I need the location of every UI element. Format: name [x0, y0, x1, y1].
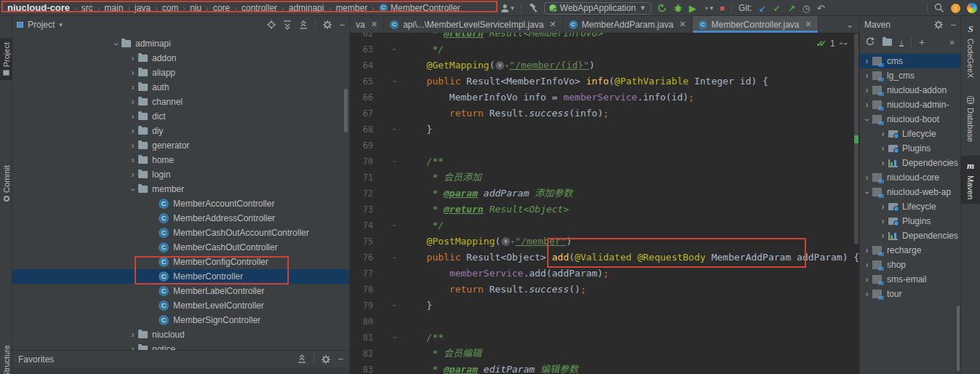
breadcrumb-item[interactable]: niu: [190, 3, 202, 13]
breadcrumb-item[interactable]: adminapi: [289, 3, 324, 13]
close-icon[interactable]: ✕: [680, 20, 686, 29]
project-tree-row[interactable]: CMemberAddressController: [12, 211, 349, 226]
chevron-collapsed-icon[interactable]: ›: [129, 140, 137, 151]
project-tree-row[interactable]: CMemberConfigController: [12, 255, 349, 269]
project-tree-row[interactable]: CMemberController: [12, 269, 349, 284]
chevron-expanded-icon[interactable]: ›: [111, 40, 121, 48]
fold-marker-icon[interactable]: ›: [386, 79, 402, 84]
breadcrumb-item[interactable]: main: [104, 3, 123, 13]
code-line[interactable]: 66 MemberInfoVo info = memberService.inf…: [350, 89, 853, 106]
close-icon[interactable]: ✕: [549, 20, 556, 29]
code-line[interactable]: 74› */: [350, 218, 853, 234]
chevron-collapsed-icon[interactable]: ›: [863, 85, 871, 95]
breadcrumb-item[interactable]: MemberController: [391, 3, 461, 13]
gear-icon[interactable]: [934, 20, 943, 29]
code-line[interactable]: 67 return Result.success(info);: [350, 106, 853, 122]
code-line[interactable]: 79› }: [350, 298, 853, 314]
hide-panel-icon[interactable]: −: [338, 354, 343, 365]
breadcrumb-item[interactable]: core: [213, 3, 230, 13]
breadcrumb-item[interactable]: niucloud-core: [7, 2, 70, 13]
chevron-collapsed-icon[interactable]: ›: [863, 100, 871, 110]
maven-tree-row[interactable]: ›recharge: [860, 243, 960, 258]
git-commit-button[interactable]: ✓: [773, 4, 781, 13]
project-tree-row[interactable]: ›adminapi: [12, 36, 349, 51]
hidden-tabs-chevron-icon[interactable]: ⌄: [840, 16, 859, 33]
collapse-all-icon[interactable]: [299, 20, 308, 30]
ide-features-icon[interactable]: [967, 3, 977, 13]
git-push-button[interactable]: ↗: [788, 4, 796, 13]
chevron-collapsed-icon[interactable]: ›: [863, 245, 871, 255]
collapse-all-icon[interactable]: [298, 354, 306, 364]
run-button[interactable]: [658, 4, 667, 13]
chevron-down-icon[interactable]: ▾: [59, 21, 63, 28]
fold-marker-icon[interactable]: ›: [386, 303, 402, 309]
chevron-collapsed-icon[interactable]: ›: [879, 202, 887, 212]
code-line[interactable]: 77 memberService.add(addParam);: [350, 266, 853, 282]
chevron-collapsed-icon[interactable]: ›: [863, 172, 871, 183]
debug-button[interactable]: [674, 4, 682, 13]
fold-marker-icon[interactable]: ›: [386, 159, 402, 164]
fold-marker-icon[interactable]: ›: [386, 223, 402, 228]
maven-scrollbar[interactable]: [957, 306, 960, 371]
stop-button[interactable]: ■: [720, 4, 725, 12]
add-maven-project-icon[interactable]: +: [919, 36, 925, 48]
code-line[interactable]: 69: [350, 138, 853, 154]
editor-tab[interactable]: CMemberAddParam.java✕: [563, 16, 693, 33]
breadcrumb-item[interactable]: src: [81, 3, 93, 13]
chevron-collapsed-icon[interactable]: ›: [863, 260, 871, 270]
maven-tree-row[interactable]: ›niucloud-admin-: [860, 98, 960, 112]
hide-panel-icon[interactable]: −: [950, 20, 956, 31]
project-tree-row[interactable]: CMemberCashOutAccountController: [12, 226, 349, 240]
chevron-collapsed-icon[interactable]: ›: [129, 330, 137, 340]
maven-tree-row[interactable]: ›Lifecycle: [860, 199, 960, 214]
favorites-panel-header[interactable]: Favorites −: [12, 350, 349, 367]
download-sources-icon[interactable]: ↓: [899, 38, 904, 47]
endpoint-icon[interactable]: ∨: [501, 237, 510, 246]
maven-tree-row[interactable]: ›shop: [860, 258, 960, 272]
project-tree-row[interactable]: ›aliapp: [12, 65, 349, 80]
editor-tab[interactable]: va✕: [350, 16, 384, 33]
next-problem-icon[interactable]: ›: [842, 42, 850, 45]
maven-tree-row[interactable]: ›Lifecycle: [860, 127, 960, 141]
user-icon[interactable]: ▾: [501, 4, 514, 12]
maven-tree-row[interactable]: ›niucloud-web-ap: [860, 185, 960, 199]
project-tree-row[interactable]: CMemberAccountController: [12, 196, 349, 211]
maven-tree-row[interactable]: ›niucloud-addon: [860, 83, 960, 98]
code-line[interactable]: 78 return Result.success();: [350, 282, 853, 298]
chevron-expanded-icon[interactable]: ›: [128, 186, 138, 194]
tool-tab-project[interactable]: Project: [0, 38, 12, 80]
breadcrumb[interactable]: niucloud-core›src›main›java›com›niu›core…: [0, 2, 461, 13]
chevron-collapsed-icon[interactable]: ›: [129, 68, 137, 78]
maven-tree-row[interactable]: ›lg_cms: [860, 68, 960, 83]
rollback-icon[interactable]: ↶: [817, 4, 825, 13]
chevron-collapsed-icon[interactable]: ›: [879, 129, 887, 139]
coverage-button[interactable]: ▶: [689, 4, 696, 13]
chevron-collapsed-icon[interactable]: ›: [129, 155, 137, 165]
project-tree-row[interactable]: CMemberSignController: [12, 313, 349, 327]
chevron-collapsed-icon[interactable]: ›: [129, 170, 137, 180]
code-line[interactable]: 72 * @param addParam 添加参数: [350, 186, 853, 202]
code-line[interactable]: 64 @GetMapping(∨▾"/member/{id}"): [350, 57, 853, 73]
build-hammer-icon[interactable]: [528, 4, 538, 13]
breadcrumb-item[interactable]: com: [162, 3, 179, 13]
project-tree-scrollbar[interactable]: [344, 89, 348, 132]
project-tree-row[interactable]: ›addon: [12, 51, 349, 65]
maven-tree-row[interactable]: ›Plugins: [860, 214, 960, 228]
maven-tree-row[interactable]: ›niucloud-boot: [860, 112, 960, 127]
maven-tree-row[interactable]: ›tour: [860, 287, 960, 301]
code-line[interactable]: 65› public Result<MemberInfoVo> info(@Pa…: [350, 73, 853, 89]
project-tree-row[interactable]: ›channel: [12, 95, 349, 109]
chevron-collapsed-icon[interactable]: ›: [863, 71, 871, 81]
code-line[interactable]: 70› /**: [350, 154, 853, 170]
fold-marker-icon[interactable]: ›: [386, 47, 402, 52]
chevron-collapsed-icon[interactable]: ›: [879, 216, 887, 226]
generate-sources-icon[interactable]: [883, 39, 892, 46]
chevron-collapsed-icon[interactable]: ›: [129, 126, 137, 136]
reimport-refresh-icon[interactable]: [866, 37, 875, 47]
chevron-expanded-icon[interactable]: ›: [862, 116, 872, 124]
maven-tree-row[interactable]: ›Plugins: [860, 141, 960, 156]
chevron-collapsed-icon[interactable]: ›: [863, 289, 871, 299]
project-tree-row[interactable]: ›member: [12, 182, 349, 196]
history-clock-icon[interactable]: ◷: [802, 4, 810, 13]
maven-tree-row[interactable]: ›Dependencies: [860, 228, 960, 243]
